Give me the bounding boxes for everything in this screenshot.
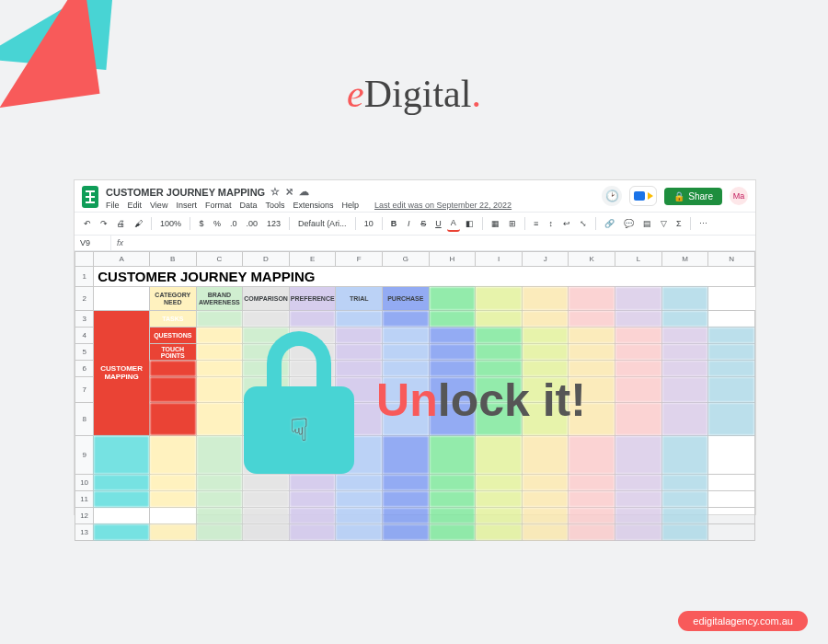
row-6[interactable]: 6 <box>75 361 94 377</box>
underline-icon[interactable]: U <box>431 216 445 231</box>
sheets-window: CUSTOMER JOURNEY MAPPING ☆ ⤯ ☁ File Edit… <box>74 179 756 515</box>
menu-data[interactable]: Data <box>239 201 257 210</box>
avatar[interactable]: Ma <box>730 187 748 205</box>
sep <box>382 217 383 230</box>
percent-icon[interactable]: % <box>210 216 224 231</box>
sep <box>524 217 525 230</box>
currency-icon[interactable]: $ <box>195 216 208 231</box>
stage-preference[interactable]: PREFERENCE <box>289 287 336 311</box>
grid[interactable]: A B C D E F G H I J K L M N 1 <box>75 251 755 541</box>
col-N[interactable]: N <box>708 252 755 267</box>
col-D[interactable]: D <box>243 252 290 267</box>
col-F[interactable]: F <box>336 252 383 267</box>
col-L[interactable]: L <box>615 252 662 267</box>
col-B[interactable]: B <box>149 252 196 267</box>
halign-icon[interactable]: ≡ <box>530 216 543 231</box>
meet-chip-icon[interactable] <box>629 186 657 206</box>
col-C[interactable]: C <box>196 252 243 267</box>
stage-purchase[interactable]: PURCHASE <box>383 287 430 311</box>
brand-e: e <box>347 73 364 115</box>
link-icon[interactable]: 🔗 <box>601 216 618 231</box>
formula-bar: V9 fx <box>75 236 755 251</box>
chart-icon[interactable]: ▤ <box>639 216 655 231</box>
document-title[interactable]: CUSTOMER JOURNEY MAPPING <box>106 187 265 198</box>
number-format-select[interactable]: 123 <box>263 216 284 231</box>
sep <box>482 217 483 230</box>
col-K[interactable]: K <box>569 252 615 267</box>
more-icon[interactable]: ⋯ <box>696 216 711 231</box>
bold-icon[interactable]: B <box>387 216 401 231</box>
col-M[interactable]: M <box>661 252 708 267</box>
row-12[interactable]: 12 <box>75 508 94 524</box>
zoom-select[interactable]: 100% <box>156 216 185 231</box>
row-10[interactable]: 10 <box>75 475 94 491</box>
col-I[interactable]: I <box>476 252 523 267</box>
fill-color-icon[interactable]: ◧ <box>462 216 477 231</box>
stage-trial[interactable]: TRIAL <box>336 287 383 311</box>
rotate-icon[interactable]: ⤡ <box>576 216 591 231</box>
history-icon[interactable]: 🕑 <box>602 186 622 206</box>
functions-icon[interactable]: Σ <box>673 216 685 231</box>
row-13[interactable]: 13 <box>75 524 94 541</box>
row-2[interactable]: 2 <box>75 287 94 311</box>
menu-help[interactable]: Help <box>341 201 359 210</box>
sep <box>595 217 596 230</box>
side-label[interactable]: CUSTOMER MAPPING <box>94 311 150 436</box>
redo-icon[interactable]: ↷ <box>97 216 111 231</box>
menu-file[interactable]: File <box>106 201 120 210</box>
font-size-select[interactable]: 10 <box>361 216 377 231</box>
share-button[interactable]: 🔒 Share <box>664 188 722 205</box>
sep <box>190 217 190 230</box>
stage-comparison[interactable]: COMPARISON <box>243 287 290 311</box>
last-edit-link[interactable]: Last edit was on September 22, 2022 <box>374 201 512 210</box>
row-1[interactable]: 1 <box>75 267 94 287</box>
valign-icon[interactable]: ↕ <box>545 216 558 231</box>
row-7[interactable]: 7 <box>75 377 94 403</box>
label-touch[interactable]: TOUCH POINTS <box>149 344 196 361</box>
star-icon[interactable]: ☆ <box>270 186 280 198</box>
menu-tools[interactable]: Tools <box>265 201 284 210</box>
col-G[interactable]: G <box>383 252 430 267</box>
row-3[interactable]: 3 <box>75 311 94 328</box>
col-J[interactable]: J <box>522 252 569 267</box>
undo-icon[interactable]: ↶ <box>80 216 95 231</box>
label-questions[interactable]: QUESTIONS <box>149 328 196 344</box>
menu-insert[interactable]: Insert <box>176 201 197 210</box>
cloud-status-icon[interactable]: ☁ <box>299 186 309 198</box>
italic-icon[interactable]: I <box>402 216 415 231</box>
menu-extensions[interactable]: Extensions <box>293 201 333 210</box>
row-11[interactable]: 11 <box>75 491 94 508</box>
decrease-decimal-icon[interactable]: .0 <box>226 216 241 231</box>
menu-format[interactable]: Format <box>205 201 232 210</box>
menu-view[interactable]: View <box>150 201 167 210</box>
titlebar: CUSTOMER JOURNEY MAPPING ☆ ⤯ ☁ File Edit… <box>75 180 755 212</box>
name-box[interactable]: V9 <box>75 236 111 250</box>
menu-edit[interactable]: Edit <box>128 201 143 210</box>
label-tasks[interactable]: TASKS <box>149 311 196 328</box>
text-color-icon[interactable]: A <box>447 215 460 232</box>
row-4[interactable]: 4 <box>75 328 94 344</box>
row-9[interactable]: 9 <box>75 436 94 475</box>
row-5[interactable]: 5 <box>75 344 94 361</box>
paint-format-icon[interactable]: 🖌 <box>131 216 146 231</box>
sheets-logo-icon[interactable] <box>82 186 98 208</box>
row-8[interactable]: 8 <box>75 403 94 436</box>
borders-icon[interactable]: ▦ <box>488 216 503 231</box>
filter-icon[interactable]: ▽ <box>657 216 671 231</box>
col-H[interactable]: H <box>429 252 476 267</box>
print-icon[interactable]: 🖨 <box>113 216 129 231</box>
title-block: CUSTOMER JOURNEY MAPPING ☆ ⤯ ☁ File Edit… <box>106 186 594 210</box>
stage-brand[interactable]: BRAND AWERENESS <box>196 287 243 311</box>
move-folder-icon[interactable]: ⤯ <box>285 186 293 198</box>
increase-decimal-icon[interactable]: .00 <box>243 216 262 231</box>
stage-category[interactable]: CATEGORY NEED <box>149 287 196 311</box>
strike-icon[interactable]: S <box>417 216 430 231</box>
col-A[interactable]: A <box>94 252 150 267</box>
sheet-title-cell[interactable]: CUSTOMER JOURNEY MAPPING <box>94 267 755 287</box>
merge-icon[interactable]: ⊞ <box>505 216 520 231</box>
font-select[interactable]: Default (Ari... <box>294 216 351 231</box>
comment-icon[interactable]: 💬 <box>620 216 638 231</box>
watermark-badge: edigitalagency.com.au <box>678 611 808 631</box>
wrap-icon[interactable]: ↩ <box>559 216 574 231</box>
col-E[interactable]: E <box>289 252 336 267</box>
